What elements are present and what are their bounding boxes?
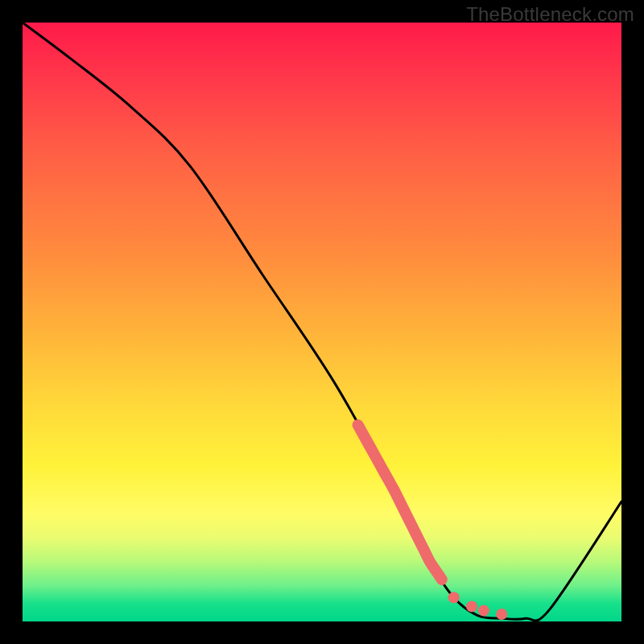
chart-stage: TheBottleneck.com bbox=[0, 0, 644, 644]
chart-svg bbox=[23, 23, 621, 621]
highlight-dot bbox=[448, 592, 460, 603]
curve-line bbox=[23, 23, 621, 621]
plot-area bbox=[23, 23, 621, 621]
highlight-segment bbox=[358, 425, 442, 580]
highlight-dot bbox=[496, 609, 507, 620]
highlight-dot bbox=[478, 605, 489, 617]
highlight-dot bbox=[466, 601, 477, 612]
